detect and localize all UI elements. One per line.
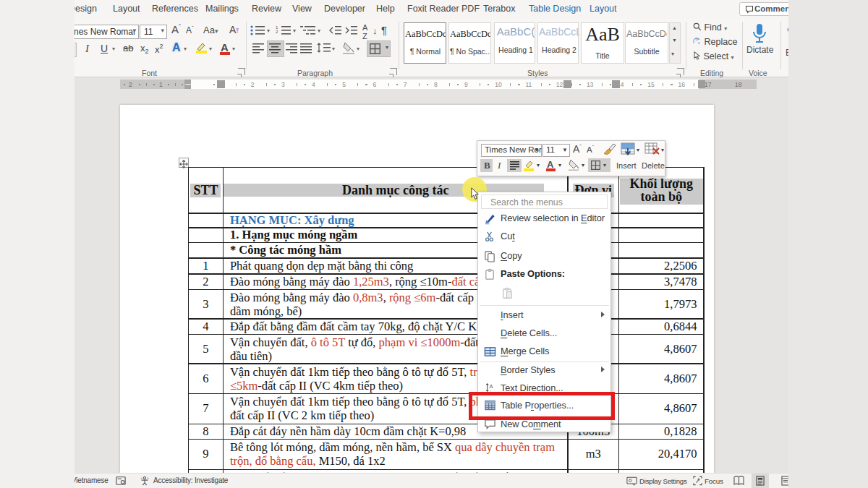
svg-text:c: c <box>698 40 700 45</box>
svg-text:2: 2 <box>276 30 278 34</box>
